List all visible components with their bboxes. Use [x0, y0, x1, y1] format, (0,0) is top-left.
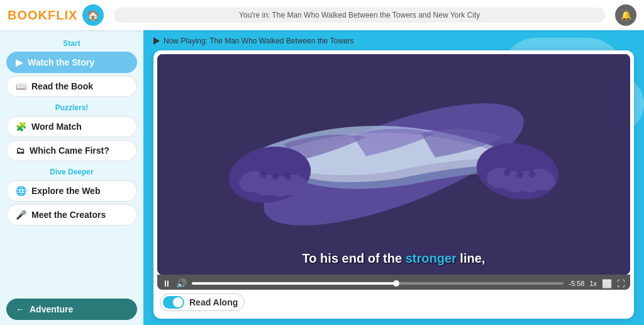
- now-playing-icon: [153, 37, 160, 45]
- read-along-row: Read Along: [157, 290, 630, 315]
- now-in-bar: You're in: The Man Who Walked Between th…: [114, 8, 605, 23]
- video-frame: To his end of the stronger line,: [157, 54, 630, 275]
- sidebar-item-read-book[interactable]: 📖 Read the Book: [6, 76, 137, 97]
- time-remaining: -5:58: [569, 280, 584, 287]
- sidebar-item-explore-web[interactable]: 🌐 Explore the Web: [6, 180, 137, 202]
- read-along-label: Read Along: [189, 297, 238, 307]
- watch-story-icon: ▶: [16, 57, 23, 67]
- sidebar-item-word-match[interactable]: 🧩 Word Match: [6, 116, 137, 137]
- toggle-knob: [173, 297, 183, 307]
- home-button[interactable]: 🏠: [82, 4, 104, 26]
- meet-creators-icon: 🎤: [16, 210, 26, 220]
- sidebar-item-meet-creators[interactable]: 🎤 Meet the Creators: [6, 204, 137, 225]
- sidebar-item-explore-web-label: Explore the Web: [31, 186, 100, 196]
- video-illustration: [157, 54, 630, 275]
- read-along-toggle[interactable]: Read Along: [160, 294, 245, 311]
- puzzlers-section-label: Puzzlers!: [6, 103, 137, 112]
- svg-point-15: [504, 169, 511, 176]
- svg-point-12: [260, 171, 267, 178]
- sidebar-item-word-match-label: Word Match: [31, 122, 82, 132]
- read-book-icon: 📖: [16, 81, 26, 91]
- dive-deeper-section-label: Dive Deeper: [6, 168, 137, 176]
- main-content: Now Playing: The Man Who Walked Between …: [143, 30, 644, 325]
- profile-button[interactable]: 🔔: [615, 4, 636, 26]
- header: BOOKFLIX 🏠 You're in: The Man Who Walked…: [0, 0, 644, 30]
- start-section-label: Start: [6, 39, 137, 48]
- sidebar-item-watch-story[interactable]: ▶ Watch the Story: [6, 52, 137, 73]
- subtitle-highlight: stronger: [406, 251, 457, 265]
- captions-button[interactable]: ⬜: [602, 279, 612, 288]
- adventure-icon: ←: [16, 304, 25, 314]
- logo: BOOKFLIX: [8, 8, 77, 23]
- which-came-first-icon: 🗂: [16, 145, 25, 156]
- logo-flix: FLIX: [48, 8, 77, 22]
- sidebar-item-watch-story-label: Watch the Story: [28, 57, 94, 67]
- explore-web-icon: 🌐: [16, 186, 26, 196]
- svg-point-13: [272, 173, 279, 180]
- progress-thumb[interactable]: [393, 280, 399, 287]
- svg-point-14: [284, 173, 291, 180]
- now-playing-text: Now Playing: The Man Who Walked Between …: [164, 37, 354, 45]
- toggle-switch: [163, 296, 184, 309]
- video-wrapper: To his end of the stronger line, ⏸ 🔊 -5:…: [153, 50, 634, 319]
- volume-button[interactable]: 🔊: [176, 278, 187, 288]
- now-playing-bar: Now Playing: The Man Who Walked Between …: [153, 37, 634, 45]
- fullscreen-button[interactable]: ⛶: [617, 279, 625, 288]
- svg-point-16: [516, 171, 523, 178]
- sidebar-item-read-book-label: Read the Book: [31, 81, 93, 91]
- progress-fill: [192, 282, 396, 285]
- sidebar-item-which-came-first-label: Which Came First?: [30, 145, 109, 156]
- video-subtitle: To his end of the stronger line,: [157, 251, 630, 266]
- subtitle-text: To his end of the: [303, 251, 406, 265]
- svg-point-17: [528, 171, 535, 178]
- progress-bar[interactable]: [192, 282, 564, 285]
- svg-point-6: [280, 174, 308, 195]
- sidebar-item-meet-creators-label: Meet the Creators: [31, 210, 106, 220]
- pause-button[interactable]: ⏸: [162, 278, 171, 288]
- subtitle-suffix: line,: [457, 251, 486, 265]
- sidebar-item-adventure-label: Adventure: [30, 304, 73, 314]
- video-controls: ⏸ 🔊 -5:58 1x ⬜ ⛶: [157, 275, 630, 290]
- speed-button[interactable]: 1x: [589, 280, 597, 287]
- logo-book: BOOK: [8, 8, 48, 22]
- sidebar-item-adventure[interactable]: ← Adventure: [6, 299, 137, 320]
- sidebar-item-which-came-first[interactable]: 🗂 Which Came First?: [6, 140, 137, 161]
- word-match-icon: 🧩: [16, 122, 26, 132]
- sidebar: Start ▶ Watch the Story 📖 Read the Book …: [0, 30, 143, 325]
